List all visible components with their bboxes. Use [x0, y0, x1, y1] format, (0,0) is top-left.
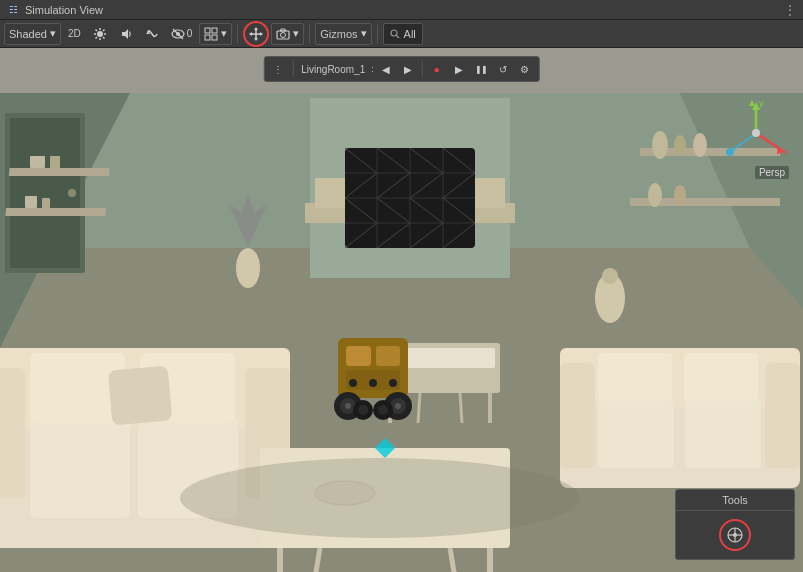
shaded-dropdown[interactable]: Shaded ▾ — [4, 23, 61, 45]
visibility-button[interactable]: 0 — [166, 23, 198, 45]
search-box[interactable]: All — [383, 23, 423, 45]
svg-rect-43 — [42, 198, 50, 208]
svg-point-0 — [97, 31, 103, 37]
svg-marker-9 — [122, 29, 128, 39]
gizmos-chevron: ▾ — [361, 27, 367, 40]
transform-tool-button[interactable] — [719, 519, 751, 551]
svg-point-73 — [674, 135, 686, 155]
viewport[interactable]: ⋮ LivingRoom_1 : ◀ ▶ ● ▶ ❚❚ ↺ ⚙ y x — [0, 48, 803, 572]
svg-point-77 — [236, 248, 260, 288]
svg-rect-86 — [108, 365, 173, 425]
svg-rect-80 — [0, 368, 25, 498]
gizmo-compass: y x ▲ — [721, 98, 791, 168]
svg-point-123 — [358, 405, 368, 415]
svg-rect-16 — [205, 35, 210, 40]
light-button[interactable] — [88, 23, 112, 45]
svg-point-114 — [389, 379, 397, 387]
svg-line-7 — [103, 29, 105, 31]
pause-button[interactable]: ❚❚ — [471, 59, 491, 79]
scene-name-suffix: : — [371, 64, 374, 74]
svg-point-119 — [345, 403, 351, 409]
svg-rect-109 — [346, 346, 371, 366]
effects-icon — [145, 27, 159, 41]
svg-rect-39 — [5, 208, 106, 216]
camera-icon — [276, 27, 290, 41]
svg-line-106 — [460, 393, 462, 423]
svg-rect-17 — [212, 35, 217, 40]
svg-line-5 — [95, 29, 97, 31]
svg-rect-94 — [684, 353, 758, 401]
animation-toolbar: ⋮ LivingRoom_1 : ◀ ▶ ● ▶ ❚❚ ↺ ⚙ — [263, 56, 539, 82]
move-tool-button[interactable] — [243, 21, 269, 47]
svg-line-105 — [418, 393, 420, 423]
search-all-label: All — [404, 28, 416, 40]
two-d-button[interactable]: 2D — [63, 23, 86, 45]
svg-marker-22 — [249, 32, 252, 36]
shaded-chevron: ▾ — [50, 27, 56, 40]
svg-point-74 — [693, 133, 707, 157]
search-icon — [390, 29, 400, 39]
svg-line-6 — [103, 37, 105, 39]
separator-1 — [237, 25, 238, 43]
svg-marker-21 — [254, 38, 258, 41]
camera-chevron: ▾ — [293, 27, 299, 40]
step-button[interactable]: ↺ — [493, 59, 513, 79]
svg-point-26 — [281, 32, 286, 37]
svg-rect-40 — [30, 156, 45, 168]
grid-dropdown[interactable]: ▾ — [199, 23, 232, 45]
menu-dots-button[interactable]: ⋮ — [783, 2, 797, 18]
svg-rect-110 — [376, 346, 400, 366]
tools-panel: Tools — [675, 489, 795, 560]
audio-button[interactable] — [114, 23, 138, 45]
svg-point-113 — [369, 379, 377, 387]
audio-icon — [119, 27, 133, 41]
svg-line-28 — [396, 35, 399, 38]
separator-2 — [309, 25, 310, 43]
prev-frame-button[interactable]: ◀ — [376, 59, 396, 79]
svg-rect-82 — [30, 418, 130, 518]
svg-marker-20 — [254, 27, 258, 30]
two-d-label: 2D — [68, 28, 81, 39]
svg-rect-90 — [765, 363, 800, 468]
svg-point-135 — [726, 148, 734, 156]
gizmos-dropdown[interactable]: Gizmos ▾ — [315, 23, 371, 45]
visibility-count: 0 — [187, 28, 193, 39]
grid-chevron: ▾ — [221, 27, 227, 40]
svg-marker-23 — [260, 32, 263, 36]
record-button[interactable]: ● — [427, 59, 447, 79]
svg-text:x: x — [783, 147, 788, 157]
svg-rect-41 — [50, 156, 60, 168]
svg-rect-38 — [9, 168, 110, 176]
effects-button[interactable] — [140, 23, 164, 45]
camera-dropdown[interactable]: ▾ — [271, 23, 304, 45]
svg-rect-14 — [205, 28, 210, 33]
svg-rect-92 — [685, 398, 761, 468]
svg-text:▲: ▲ — [747, 98, 757, 108]
anim-menu-button[interactable]: ⋮ — [268, 59, 288, 79]
svg-point-27 — [391, 30, 397, 36]
svg-text:y: y — [759, 98, 764, 108]
svg-point-120 — [395, 403, 401, 409]
svg-line-134 — [733, 133, 756, 150]
visibility-icon — [171, 27, 185, 41]
perspective-label: Persp — [755, 166, 789, 179]
svg-point-136 — [752, 129, 760, 137]
next-frame-button[interactable]: ▶ — [398, 59, 418, 79]
svg-marker-25 — [280, 29, 286, 31]
svg-rect-89 — [560, 363, 595, 468]
svg-point-72 — [652, 131, 668, 159]
window-icon: ☷ — [6, 3, 20, 17]
tools-content — [676, 511, 794, 559]
title-bar: ☷ Simulation View ⋮ — [0, 0, 803, 20]
svg-point-76 — [674, 185, 686, 205]
svg-point-141 — [733, 533, 737, 537]
svg-line-8 — [95, 37, 97, 39]
grid-icon — [204, 27, 218, 41]
transform-tool-icon — [726, 526, 744, 544]
anim-settings-button[interactable]: ⚙ — [515, 59, 535, 79]
shaded-label: Shaded — [9, 28, 47, 40]
svg-point-125 — [180, 458, 580, 538]
play-button[interactable]: ▶ — [449, 59, 469, 79]
move-tool-icon — [249, 27, 263, 41]
window-title: Simulation View — [25, 4, 103, 16]
